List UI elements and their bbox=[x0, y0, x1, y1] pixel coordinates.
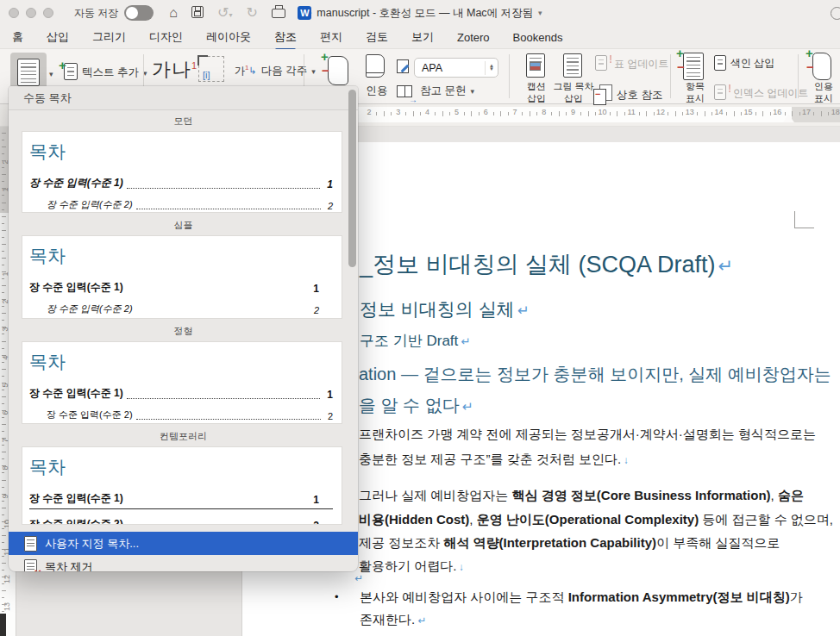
style-stepper-icon[interactable]: ▲▼ bbox=[485, 61, 494, 75]
ruler-tick bbox=[785, 112, 786, 115]
toc-entry-leader bbox=[136, 209, 321, 209]
toc-preview-entry: 장 수준 입력(수준 1)1 bbox=[29, 176, 333, 190]
tab-삽입[interactable]: 삽입 bbox=[47, 29, 69, 45]
vertical-ruler-tick bbox=[2, 472, 4, 473]
insert-table-of-figures-button[interactable] bbox=[563, 53, 582, 78]
ruler-tick bbox=[646, 111, 647, 116]
insert-footnote-button[interactable]: 가나1 bbox=[152, 57, 197, 83]
toc-chevron-icon[interactable]: ▾ bbox=[49, 70, 53, 78]
ruler-tick bbox=[654, 112, 655, 115]
vertical-ruler-tick bbox=[2, 223, 4, 224]
tab-검토[interactable]: 검토 bbox=[366, 29, 388, 45]
ruler-tick bbox=[536, 112, 537, 115]
paragraph-mark: ↓ bbox=[624, 454, 629, 465]
toc-style-card-contemporary[interactable]: 목차장 수준 입력(수준 1)1장 수준 입력(수준 2)2 bbox=[22, 446, 342, 525]
redo-icon[interactable]: ↻ bbox=[246, 6, 257, 20]
vertical-ruler-tick bbox=[2, 597, 4, 598]
toc-entry-label: 장 수준 입력(수준 2) bbox=[47, 408, 133, 421]
ruler-tick bbox=[464, 112, 465, 115]
toc-preview-entry: 장 수준 입력(수준 2)2 bbox=[29, 198, 333, 211]
vertical-ruler-tick bbox=[2, 403, 4, 404]
print-icon[interactable] bbox=[272, 6, 285, 21]
zoom-window-button[interactable] bbox=[43, 8, 53, 18]
table-of-contents-icon bbox=[17, 59, 40, 86]
ruler-number: 17 bbox=[802, 108, 811, 116]
ruler-tick bbox=[741, 112, 742, 115]
bibliography-button[interactable]: → 참고 문헌▾ bbox=[397, 84, 474, 98]
toc-style-card-simple[interactable]: 목차장 수준 입력(수준 1)1장 수준 입력(수준 2)2장 제목 입력(수준… bbox=[22, 235, 342, 319]
toc-entry-page: 2 bbox=[328, 411, 333, 421]
vertical-ruler-tick bbox=[2, 583, 4, 584]
tab-참조[interactable]: 참조 bbox=[274, 29, 297, 45]
add-text-button[interactable]: + 텍스트 추가▾ bbox=[64, 63, 147, 83]
insert-caption-button[interactable] bbox=[526, 53, 545, 78]
mark-entry-button[interactable]: +− bbox=[683, 53, 704, 83]
list-bullet: • bbox=[335, 590, 339, 603]
toc-preview-title: 목차 bbox=[29, 455, 333, 479]
mark-citation-label[interactable]: 인용표시 bbox=[809, 81, 838, 105]
toc-style-card-formal[interactable]: 목차장 수준 입력(수준 1)1장 수준 입력(수준 2)2장 제목 입력(수준… bbox=[22, 341, 342, 424]
ruler-number: 5 bbox=[454, 108, 459, 116]
dropdown-scrollbar-thumb[interactable] bbox=[348, 90, 356, 267]
tab-보기[interactable]: 보기 bbox=[411, 29, 434, 45]
document-line: 을 알 수 없다↵ bbox=[359, 394, 473, 417]
ruler-number: 10 bbox=[598, 108, 606, 116]
insert-table-of-figures-label[interactable]: 그림 목차삽입 bbox=[549, 81, 599, 105]
home-icon[interactable]: ⌂ bbox=[169, 6, 178, 20]
autosave-toggle[interactable] bbox=[124, 5, 154, 21]
vertical-ruler-tick bbox=[2, 424, 6, 425]
search-icon[interactable] bbox=[831, 7, 840, 20]
ruler-tick bbox=[420, 112, 421, 115]
vertical-ruler-tick bbox=[2, 271, 6, 272]
menu-item-custom-toc[interactable]: 사용자 지정 목차... bbox=[9, 532, 358, 555]
ruler-tick bbox=[697, 112, 698, 115]
menu-item-remove-toc[interactable]: 목차 제거 bbox=[9, 555, 358, 571]
toc-entry-page: 1 bbox=[327, 178, 333, 190]
ruler-tick bbox=[639, 112, 640, 115]
tab-편지[interactable]: 편지 bbox=[320, 29, 342, 45]
mark-entry-label[interactable]: 항목표시 bbox=[678, 81, 712, 105]
document-line: 구조 기반 Draft↵ bbox=[360, 331, 470, 351]
vertical-ruler-tick bbox=[2, 535, 6, 536]
ruler-tick bbox=[580, 112, 581, 115]
toc-entry-leader bbox=[136, 419, 321, 420]
paragraph-mark: ↵ bbox=[718, 256, 734, 276]
vertical-ruler-tick bbox=[2, 306, 4, 307]
more-commands-icon[interactable]: ··· bbox=[299, 6, 313, 20]
tab-그리기[interactable]: 그리기 bbox=[92, 29, 126, 45]
tab-레이아웃[interactable]: 레이아웃 bbox=[206, 29, 251, 45]
save-icon[interactable] bbox=[191, 6, 204, 21]
toc-section-label-formal: 정형 bbox=[9, 321, 358, 341]
toc-entry-leader bbox=[127, 398, 321, 399]
custom-toc-icon bbox=[24, 536, 37, 552]
vertical-ruler-tick bbox=[2, 590, 6, 591]
vertical-ruler-tick bbox=[2, 209, 4, 210]
tab-Zotero[interactable]: Zotero bbox=[457, 31, 490, 44]
insert-index-button[interactable]: 색인 삽입 bbox=[714, 55, 774, 71]
close-window-button[interactable] bbox=[9, 8, 19, 18]
cross-reference-button[interactable]: − 상호 참조 bbox=[593, 84, 662, 105]
toc-entry-page: 1 bbox=[327, 389, 333, 401]
ruler-tick bbox=[792, 111, 793, 116]
vertical-ruler-tick bbox=[2, 327, 6, 327]
ruler-number: 12 bbox=[656, 108, 665, 116]
bibliography-style-select[interactable]: APA ▲▼ bbox=[414, 58, 498, 78]
tab-디자인[interactable]: 디자인 bbox=[149, 29, 183, 45]
minimize-window-button[interactable] bbox=[26, 8, 36, 18]
bibliography-style-icon bbox=[397, 59, 409, 73]
paragraph-mark: ↵ bbox=[354, 572, 363, 583]
vertical-ruler-tick bbox=[2, 369, 6, 370]
citations-pane-label[interactable]: 인용 bbox=[362, 84, 392, 98]
vertical-ruler-tick bbox=[2, 174, 6, 175]
toc-style-card-modern[interactable]: 목차장 수준 입력(수준 1)1장 수준 입력(수준 2)2장 제목 입력(수준… bbox=[22, 131, 342, 213]
insert-citation-button[interactable]: +− bbox=[328, 56, 348, 88]
mark-citation-button[interactable]: +− bbox=[812, 53, 831, 83]
undo-icon[interactable]: ↺▾ bbox=[217, 6, 232, 20]
tab-Bookends[interactable]: Bookends bbox=[513, 31, 563, 44]
toc-entry-page: 2 bbox=[313, 520, 319, 525]
vertical-ruler-number: 7 bbox=[1, 439, 9, 443]
insert-endnote-button[interactable]: [i] bbox=[198, 56, 224, 82]
tab-홈[interactable]: 홈 bbox=[12, 29, 23, 45]
word-window: _정보 비대칭의 실체 (SCQA Draft)↵정보 비대칭의 실체↵구조 기… bbox=[0, 0, 840, 636]
citations-pane-button[interactable] bbox=[366, 54, 385, 78]
